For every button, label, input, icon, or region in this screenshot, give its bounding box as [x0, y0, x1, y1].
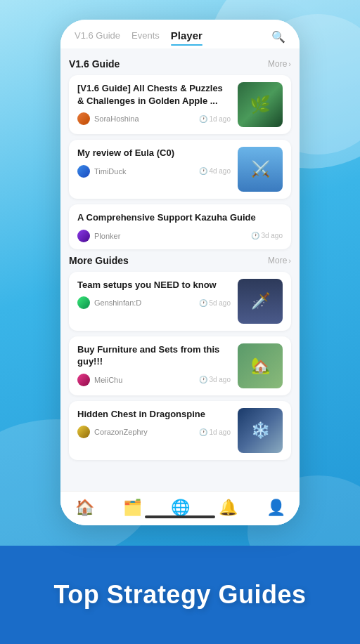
article-title: Team setups you NEED to know	[77, 279, 231, 291]
clock-icon: 🕐	[251, 232, 259, 239]
tab-events[interactable]: Events	[131, 30, 160, 44]
article-time: 🕐 3d ago	[251, 232, 283, 239]
more-button-v16[interactable]: More ›	[268, 59, 291, 69]
scroll-area[interactable]: V1.6 Guide More › [V1.6 Guide] All Chest…	[60, 48, 300, 491]
article-info: Buy Furniture and Sets from this guy!!! …	[77, 343, 231, 386]
article-time: 🕐 1d ago	[199, 428, 231, 436]
article-card[interactable]: My review of Eula (C0) TimiDuck 🕐 4d ago	[69, 140, 291, 199]
search-button[interactable]: 🔍	[271, 30, 285, 44]
article-card[interactable]: Hidden Chest in Dragonspine CorazonZephr…	[69, 401, 291, 460]
banner-text: Top Strategy Guides	[54, 580, 307, 610]
article-card[interactable]: Team setups you NEED to know Genshinfan:…	[69, 272, 291, 331]
article-time: 🕐 4d ago	[199, 167, 231, 175]
article-card[interactable]: [V1.6 Guide] All Chests & Puzzles & Chal…	[69, 75, 291, 134]
article-meta: Plonker 🕐 3d ago	[77, 230, 283, 242]
article-info: Hidden Chest in Dragonspine CorazonZephr…	[77, 408, 231, 439]
discover-icon: 🗂️	[123, 499, 142, 517]
article-meta: MeiiChu 🕐 3d ago	[77, 374, 231, 386]
article-time: 🕐 5d ago	[199, 299, 231, 307]
article-time: 🕐 3d ago	[199, 376, 231, 383]
chevron-icon: ›	[288, 60, 291, 68]
article-card[interactable]: A Comprehensive Support Kazuha Guide Plo…	[69, 204, 291, 249]
article-info: Team setups you NEED to know Genshinfan:…	[77, 279, 231, 310]
clock-icon: 🕐	[199, 115, 207, 123]
article-thumbnail	[238, 82, 283, 127]
clock-icon: 🕐	[199, 167, 207, 175]
app-content: V1.6 Guide Events Player 🔍 V1.6 Guide Mo…	[60, 20, 300, 525]
article-title: [V1.6 Guide] All Chests & Puzzles & Chal…	[77, 82, 231, 107]
phone-frame: V1.6 Guide Events Player 🔍 V1.6 Guide Mo…	[60, 20, 300, 525]
article-thumbnail	[238, 343, 283, 388]
tab-recommended[interactable]: V1.6 Guide	[75, 30, 120, 44]
notification-icon: 🔔	[219, 499, 238, 517]
article-thumbnail	[238, 408, 283, 453]
avatar	[77, 165, 90, 178]
author-name: SoraHoshina	[94, 114, 139, 123]
tab-player[interactable]: Player	[171, 29, 202, 44]
author-name: MeiiChu	[94, 376, 122, 384]
profile-icon: 👤	[266, 499, 285, 517]
section-header-more: More Guides More ›	[69, 255, 291, 266]
article-time: 🕐 1d ago	[199, 115, 231, 123]
article-thumbnail	[238, 147, 283, 192]
bottom-banner: Top Strategy Guides	[0, 546, 360, 644]
clock-icon: 🕐	[199, 376, 207, 383]
nav-profile[interactable]: 👤	[261, 497, 291, 518]
community-icon: 🌐	[171, 499, 190, 517]
tab-bar: V1.6 Guide Events Player 🔍	[60, 20, 300, 48]
article-title: Buy Furniture and Sets from this guy!!!	[77, 343, 231, 368]
phone-home-indicator	[145, 515, 215, 518]
avatar	[77, 296, 90, 309]
section-header-v16: V1.6 Guide More ›	[69, 58, 291, 70]
author-name: Genshinfan:D	[94, 298, 141, 307]
article-card[interactable]: Buy Furniture and Sets from this guy!!! …	[69, 336, 291, 395]
article-info: My review of Eula (C0) TimiDuck 🕐 4d ago	[77, 147, 231, 178]
article-info: A Comprehensive Support Kazuha Guide Plo…	[77, 211, 283, 242]
article-info: [V1.6 Guide] All Chests & Puzzles & Chal…	[77, 82, 231, 125]
section-title-more: More Guides	[69, 255, 129, 266]
chevron-icon: ›	[288, 256, 291, 265]
article-title: A Comprehensive Support Kazuha Guide	[77, 211, 283, 224]
nav-discover[interactable]: 🗂️	[117, 497, 148, 518]
article-title: My review of Eula (C0)	[77, 147, 231, 159]
article-meta: TimiDuck 🕐 4d ago	[77, 165, 231, 178]
author-name: CorazonZephry	[94, 428, 148, 436]
bottom-nav: 🏠 🗂️ 🌐 🔔 👤	[60, 491, 300, 525]
article-meta: SoraHoshina 🕐 1d ago	[77, 112, 231, 125]
article-meta: CorazonZephry 🕐 1d ago	[77, 426, 231, 438]
avatar	[77, 112, 90, 125]
article-title: Hidden Chest in Dragonspine	[77, 408, 231, 421]
avatar	[77, 230, 90, 242]
home-icon: 🏠	[75, 499, 94, 517]
nav-notifications[interactable]: 🔔	[213, 497, 243, 518]
clock-icon: 🕐	[199, 299, 207, 307]
author-name: TimiDuck	[94, 167, 126, 176]
article-thumbnail	[238, 279, 283, 324]
article-meta: Genshinfan:D 🕐 5d ago	[77, 296, 231, 309]
nav-home[interactable]: 🏠	[70, 497, 100, 518]
avatar	[77, 426, 90, 438]
clock-icon: 🕐	[199, 428, 207, 436]
more-button-more[interactable]: More ›	[268, 256, 291, 265]
avatar	[77, 374, 90, 386]
author-name: Plonker	[94, 232, 120, 240]
section-title-v16: V1.6 Guide	[69, 58, 120, 70]
